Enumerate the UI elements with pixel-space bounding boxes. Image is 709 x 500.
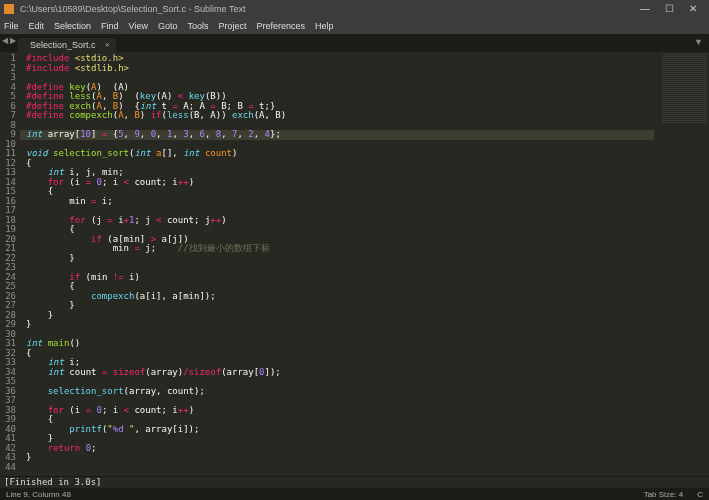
- menu-file[interactable]: File: [4, 21, 19, 31]
- status-bar: Line 9, Column 48 Tab Size: 4 C: [0, 488, 709, 500]
- menu-help[interactable]: Help: [315, 21, 334, 31]
- code-line[interactable]: }: [20, 311, 654, 321]
- code-line[interactable]: for (i = 0; i < count; i++): [20, 406, 654, 416]
- code-line[interactable]: }: [20, 434, 654, 444]
- tab-overflow-icon[interactable]: ▼: [694, 37, 703, 47]
- tab-label: Selection_Sort.c: [30, 40, 96, 50]
- code-line[interactable]: {: [20, 349, 654, 359]
- menu-project[interactable]: Project: [218, 21, 246, 31]
- close-window-button[interactable]: ✕: [681, 0, 705, 18]
- code-line[interactable]: for (i = 0; i < count; i++): [20, 178, 654, 188]
- code-line[interactable]: }: [20, 254, 654, 264]
- menu-view[interactable]: View: [129, 21, 148, 31]
- code-line[interactable]: }: [20, 453, 654, 463]
- menu-goto[interactable]: Goto: [158, 21, 178, 31]
- code-line[interactable]: #include <stdlib.h>: [20, 64, 654, 74]
- status-tab-size[interactable]: Tab Size: 4: [644, 490, 684, 499]
- minimap-view: [662, 54, 707, 124]
- status-language[interactable]: C: [697, 490, 703, 499]
- code-line[interactable]: int count = sizeof(array)/sizeof(array[0…: [20, 368, 654, 378]
- build-output: [Finished in 3.0s]: [0, 476, 709, 488]
- menu-selection[interactable]: Selection: [54, 21, 91, 31]
- code-editor[interactable]: #include <stdio.h>#include <stdlib.h> #d…: [20, 52, 654, 476]
- code-line[interactable]: for (j = i+1; j < count; j++): [20, 216, 654, 226]
- tab-close-icon[interactable]: ×: [105, 40, 110, 49]
- window-title: C:\Users\10589\Desktop\Selection_Sort.c …: [20, 4, 633, 14]
- editor-area: 1234567891011121314151617181920212223242…: [0, 52, 709, 476]
- code-line[interactable]: }: [20, 320, 654, 330]
- code-line[interactable]: compexch(a[i], a[min]);: [20, 292, 654, 302]
- code-line[interactable]: int array[10] = {5, 9, 0, 1, 3, 6, 8, 7,…: [20, 130, 654, 140]
- menu-find[interactable]: Find: [101, 21, 119, 31]
- line-gutter: 1234567891011121314151617181920212223242…: [0, 52, 20, 476]
- menu-edit[interactable]: Edit: [29, 21, 45, 31]
- code-line[interactable]: return 0;: [20, 444, 654, 454]
- tab-nav-arrows[interactable]: ◀ ▶: [2, 36, 16, 45]
- maximize-button[interactable]: ☐: [657, 0, 681, 18]
- code-line[interactable]: selection_sort(array, count);: [20, 387, 654, 397]
- code-line[interactable]: min = i;: [20, 197, 654, 207]
- code-line[interactable]: {: [20, 187, 654, 197]
- line-number: 44: [0, 463, 16, 473]
- status-position[interactable]: Line 9, Column 48: [6, 490, 630, 499]
- code-line[interactable]: }: [20, 301, 654, 311]
- code-line[interactable]: #define compexch(A, B) if(less(B, A)) ex…: [20, 111, 654, 121]
- code-line[interactable]: if (min != i): [20, 273, 654, 283]
- app-icon: [4, 4, 14, 14]
- title-bar: C:\Users\10589\Desktop\Selection_Sort.c …: [0, 0, 709, 18]
- file-tab[interactable]: Selection_Sort.c ×: [18, 38, 116, 52]
- code-line[interactable]: [20, 330, 654, 340]
- code-line[interactable]: [20, 463, 654, 473]
- menu-preferences[interactable]: Preferences: [256, 21, 305, 31]
- menu-tools[interactable]: Tools: [187, 21, 208, 31]
- code-line[interactable]: int main(): [20, 339, 654, 349]
- menu-bar: FileEditSelectionFindViewGotoToolsProjec…: [0, 18, 709, 34]
- minimap[interactable]: [654, 52, 709, 476]
- minimize-button[interactable]: —: [633, 0, 657, 18]
- code-line[interactable]: printf("%d ", array[i]);: [20, 425, 654, 435]
- tab-bar: ◀ ▶ Selection_Sort.c × ▼: [0, 34, 709, 52]
- code-line[interactable]: void selection_sort(int a[], int count): [20, 149, 654, 159]
- code-line[interactable]: min = j; //找到最小的数组下标: [20, 244, 654, 254]
